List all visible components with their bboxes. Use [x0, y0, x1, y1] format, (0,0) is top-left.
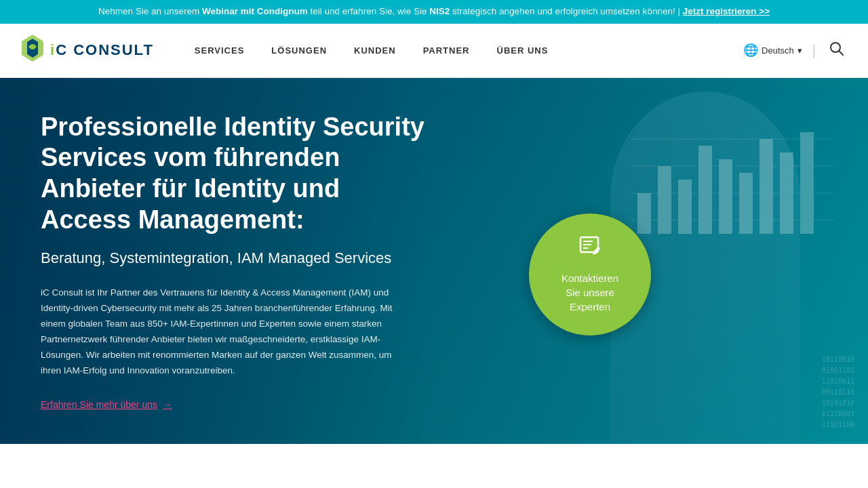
search-button[interactable] [826, 38, 848, 63]
svg-rect-3 [658, 166, 671, 234]
svg-line-1 [839, 51, 843, 55]
header-right: 🌐 Deutsch ▾ | [743, 38, 848, 63]
language-label: Deutsch [762, 45, 794, 56]
logo-text: iC CONSULT [50, 41, 154, 59]
nav-kunden[interactable]: KUNDEN [354, 45, 396, 56]
svg-rect-7 [739, 173, 753, 234]
banner-text-mid: teil und erfahren Sie, wie Sie [308, 6, 429, 16]
nav-loesungen[interactable]: LÖSUNGEN [271, 45, 327, 56]
announcement-banner: Nehmen Sie an unserem Webinar mit Condig… [0, 0, 868, 24]
svg-rect-2 [637, 193, 651, 234]
nav-services[interactable]: SERVICES [195, 45, 245, 56]
banner-text-pre: Nehmen Sie an unserem [98, 6, 202, 16]
hero-content: Professionelle Identity Security Service… [0, 78, 475, 444]
learn-more-text: Erfahren Sie mehr über uns [41, 399, 157, 410]
contact-cta-button[interactable]: KontaktierenSie unsereExperten [529, 214, 651, 336]
globe-icon: 🌐 [743, 43, 758, 58]
nav-partner[interactable]: PARTNER [423, 45, 470, 56]
banner-text-post: strategisch angehen und erfolgreich umse… [450, 6, 680, 16]
language-arrow: ▾ [797, 45, 802, 56]
logo-icon [20, 33, 45, 67]
arrow-icon: → [163, 399, 172, 410]
site-header: iC CONSULT SERVICES LÖSUNGEN KUNDEN PART… [0, 24, 868, 78]
svg-rect-4 [678, 180, 692, 234]
hero-body-text: iC Consult ist Ihr Partner des Vertrauen… [41, 285, 407, 379]
language-selector[interactable]: 🌐 Deutsch ▾ [743, 43, 802, 58]
svg-rect-8 [760, 139, 773, 234]
search-icon [829, 41, 844, 56]
cta-label: KontaktierenSie unsereExperten [561, 271, 618, 314]
hero-subtitle: Beratung, Systemintegration, IAM Managed… [41, 249, 434, 268]
nav-ueber-uns[interactable]: ÜBER UNS [497, 45, 549, 56]
main-navigation: SERVICES LÖSUNGEN KUNDEN PARTNER ÜBER UN… [195, 45, 743, 56]
logo-link[interactable]: iC CONSULT [20, 33, 154, 67]
edit-icon [578, 235, 602, 264]
banner-bold2: NIS2 [429, 6, 450, 16]
hero-title: Professionelle Identity Security Service… [41, 112, 434, 235]
learn-more-link[interactable]: Erfahren Sie mehr über uns → [41, 399, 172, 410]
svg-rect-5 [698, 146, 712, 234]
banner-bold1: Webinar mit Condignum [202, 6, 308, 16]
svg-rect-6 [719, 159, 732, 234]
chart-decoration [631, 112, 834, 247]
hero-section: 1011001001001101110100110011011010101010… [0, 78, 868, 444]
svg-rect-10 [800, 132, 814, 234]
banner-link[interactable]: Jetzt registrieren >> [683, 6, 770, 16]
